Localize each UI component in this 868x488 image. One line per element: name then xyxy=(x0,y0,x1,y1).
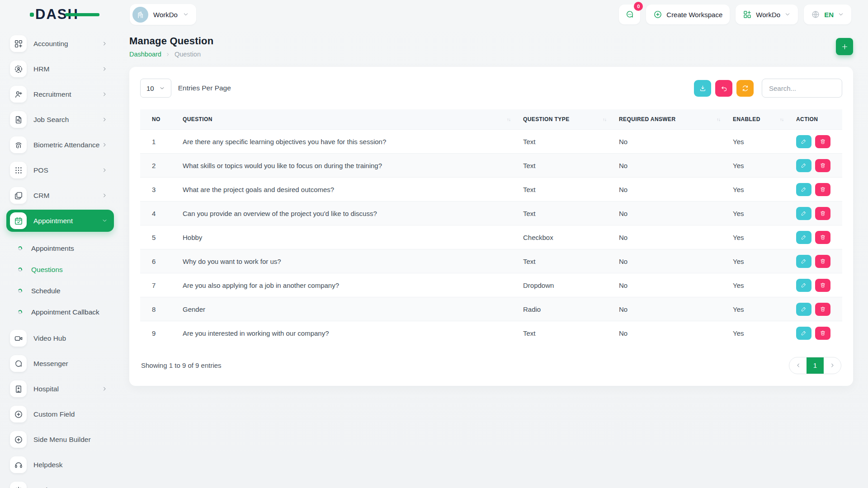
pagination-prev-button[interactable] xyxy=(789,357,807,374)
delete-button[interactable] xyxy=(815,279,830,292)
pagination-page-button[interactable]: 1 xyxy=(807,357,824,374)
edit-button[interactable] xyxy=(796,231,811,244)
chevron-right-icon xyxy=(102,192,108,198)
messages-button[interactable]: 0 xyxy=(619,5,640,24)
person-add-icon xyxy=(10,86,27,103)
sidebar-item-label: POS xyxy=(33,166,102,174)
cell-question: Hobby xyxy=(176,225,517,249)
edit-button[interactable] xyxy=(796,303,811,316)
sidebar-item-custom-field[interactable]: Custom Field xyxy=(6,403,114,425)
sidebar-subitem-appointments[interactable]: Appointments xyxy=(18,238,114,259)
sidebar-item-hospital[interactable]: Hospital xyxy=(6,378,114,400)
cell-enabled: Yes xyxy=(726,225,790,249)
search-input[interactable] xyxy=(762,79,842,98)
circle-plus-icon xyxy=(653,10,662,19)
sidebar-item-helpdesk[interactable]: Helpdesk xyxy=(6,454,114,476)
column-header-question-type[interactable]: QUESTION TYPE↑↓ xyxy=(517,109,613,130)
sidebar-item-biometric-attendance[interactable]: Biometric Attendance xyxy=(6,134,114,156)
sidebar-item-video-hub[interactable]: Video Hub xyxy=(6,327,114,349)
column-header-question[interactable]: QUESTION↑↓ xyxy=(176,109,517,130)
cell-question-type: Text xyxy=(517,321,613,345)
chevron-right-icon xyxy=(102,117,108,122)
cell-enabled: Yes xyxy=(726,178,790,202)
table-row: 1Are there any specific learning objecti… xyxy=(140,130,842,154)
top-header: DASH WorkDo 0 Create Workspace WorkDo EN xyxy=(0,0,868,29)
sidebar-item-accounting[interactable]: Accounting xyxy=(6,33,114,55)
create-workspace-button[interactable]: Create Workspace xyxy=(646,5,730,24)
breadcrumb-dashboard-link[interactable]: Dashboard xyxy=(129,51,161,58)
edit-button[interactable] xyxy=(796,255,811,268)
cell-enabled: Yes xyxy=(726,273,790,297)
cell-no: 6 xyxy=(140,249,176,273)
table-row: 9Are you interested in working with our … xyxy=(140,321,842,345)
edit-button[interactable] xyxy=(796,279,811,292)
edit-button[interactable] xyxy=(796,327,811,340)
company-menu-button[interactable]: WorkDo xyxy=(736,5,798,24)
logo-dash-bar xyxy=(65,13,99,16)
sidebar-item-messenger[interactable]: Messenger xyxy=(6,352,114,375)
sidebar-item-hrm[interactable]: HRM xyxy=(6,58,114,80)
sidebar-subitem-appointment-callback[interactable]: Appointment Callback xyxy=(18,301,114,323)
delete-button[interactable] xyxy=(815,207,830,220)
cell-question: Are there any specific learning objectiv… xyxy=(176,130,517,154)
delete-button[interactable] xyxy=(815,231,830,244)
sidebar-item-job-search[interactable]: Job Search xyxy=(6,108,114,131)
delete-button[interactable] xyxy=(815,255,830,268)
sidebar-subitem-questions[interactable]: Questions xyxy=(18,259,114,280)
export-button[interactable] xyxy=(694,80,711,97)
dash-logo[interactable]: DASH xyxy=(30,6,123,23)
calendar-check-icon xyxy=(10,212,27,229)
sidebar-item-pos[interactable]: POS xyxy=(6,159,114,181)
cell-question: Are you also applying for a job in anoth… xyxy=(176,273,517,297)
grid-dots-icon xyxy=(10,162,27,178)
reset-button[interactable] xyxy=(715,80,732,97)
edit-button[interactable] xyxy=(796,135,811,148)
sidebar-item-settings[interactable]: Settings xyxy=(6,479,114,488)
table-row: 2What skills or topics would you like to… xyxy=(140,154,842,178)
entries-per-page-value: 10 xyxy=(146,84,154,92)
sidebar-item-side-menu-builder[interactable]: Side Menu Builder xyxy=(6,428,114,450)
delete-button[interactable] xyxy=(815,159,830,172)
cell-question: Can you provide an overview of the proje… xyxy=(176,202,517,225)
sidebar-item-appointment[interactable]: Appointment xyxy=(6,210,114,232)
edit-button[interactable] xyxy=(796,159,811,172)
column-header-enabled[interactable]: ENABLED↑↓ xyxy=(726,109,790,130)
topbar-actions: 0 Create Workspace WorkDo EN xyxy=(619,5,851,24)
add-question-button[interactable] xyxy=(836,38,853,55)
pagination: 1 xyxy=(789,357,841,374)
entries-per-page-select[interactable]: 10 xyxy=(140,79,171,98)
grid-plus-icon xyxy=(743,10,752,19)
sort-icon: ↑↓ xyxy=(603,117,606,122)
cell-question: Why do you want to work for us? xyxy=(176,249,517,273)
pencil-icon xyxy=(801,186,807,192)
sidebar-subitem-schedule[interactable]: Schedule xyxy=(18,280,114,301)
cell-required-answer: No xyxy=(613,154,726,178)
breadcrumb-current: Question xyxy=(175,51,201,58)
cell-required-answer: No xyxy=(613,178,726,202)
refresh-button[interactable] xyxy=(736,80,754,97)
table-row: 6Why do you want to work for us?TextNoYe… xyxy=(140,249,842,273)
building-icon xyxy=(136,10,145,19)
chevron-right-icon xyxy=(102,91,108,97)
sidebar-item-recruitment[interactable]: Recruitment xyxy=(6,83,114,105)
column-header-required-answer[interactable]: REQUIRED ANSWER↑↓ xyxy=(613,109,726,130)
language-menu-button[interactable]: EN xyxy=(804,5,851,24)
chevron-right-icon xyxy=(102,142,108,148)
pencil-icon xyxy=(801,234,807,240)
edit-button[interactable] xyxy=(796,183,811,196)
delete-button[interactable] xyxy=(815,135,830,148)
sidebar-item-crm[interactable]: CRM xyxy=(6,184,114,206)
workspace-switcher[interactable]: WorkDo xyxy=(130,4,196,25)
delete-button[interactable] xyxy=(815,303,830,316)
chat-bubble-icon xyxy=(10,355,27,372)
delete-button[interactable] xyxy=(815,183,830,196)
cell-enabled: Yes xyxy=(726,130,790,154)
sidebar-item-label: CRM xyxy=(33,191,102,200)
chevron-down-icon xyxy=(102,218,108,224)
cell-question-type: Dropdown xyxy=(517,273,613,297)
delete-button[interactable] xyxy=(815,327,830,340)
pagination-next-button[interactable] xyxy=(824,357,841,374)
chevron-down-icon xyxy=(784,11,791,18)
trash-icon xyxy=(820,234,826,240)
edit-button[interactable] xyxy=(796,207,811,220)
